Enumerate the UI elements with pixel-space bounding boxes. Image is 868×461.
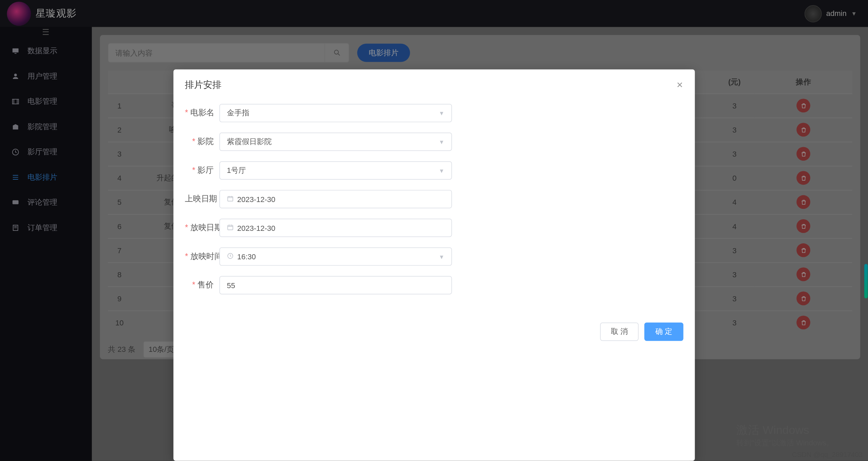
schedule-button[interactable]: 电影排片 <box>357 44 410 62</box>
trash-icon <box>800 295 807 302</box>
app-title: 星璇观影 <box>36 7 77 20</box>
cancel-button[interactable]: 取 消 <box>600 322 639 341</box>
trash-icon <box>800 247 807 254</box>
label-price: 售价 <box>185 280 219 290</box>
select-cinema[interactable]: 紫霞假日影院 ▼ <box>219 133 452 151</box>
trash-icon <box>800 151 807 157</box>
trash-icon <box>800 223 807 229</box>
sidebar-item-dashboard[interactable]: 数据显示 <box>0 38 91 63</box>
scrollbar-indicator <box>864 264 868 299</box>
monitor-icon <box>12 47 20 55</box>
search-input[interactable] <box>109 44 325 62</box>
cell-price: 3 <box>714 262 755 286</box>
delete-button[interactable] <box>796 219 810 233</box>
sidebar-item-cinemas[interactable]: 影院管理 <box>0 114 91 139</box>
trash-icon <box>800 175 807 181</box>
sidebar-item-halls[interactable]: 影厅管理 <box>0 139 91 164</box>
input-price[interactable]: 55 <box>219 276 452 294</box>
cell-price: 3 <box>714 94 755 118</box>
select-hall[interactable]: 1号厅 ▼ <box>219 161 452 180</box>
svg-rect-8 <box>228 196 233 201</box>
label-cinema: 影院 <box>185 137 219 147</box>
delete-button[interactable] <box>796 123 810 137</box>
delete-button[interactable] <box>796 195 810 209</box>
trash-icon <box>800 102 807 109</box>
sidebar-item-movies[interactable]: 电影管理 <box>0 89 91 114</box>
app-logo <box>7 1 31 25</box>
top-bar: 星璇观影 admin ▼ <box>0 0 868 27</box>
input-release-date[interactable]: 2023-12-30 <box>219 190 452 208</box>
activate-sub: 转到"设置"以激活 Windows。 <box>736 438 834 448</box>
svg-rect-1 <box>15 53 17 54</box>
sidebar-item-comments[interactable]: 评论管理 <box>0 190 91 215</box>
sidebar-item-label: 影厅管理 <box>27 147 57 157</box>
cell-index: 1 <box>108 94 131 118</box>
sidebar-item-label: 订单管理 <box>27 223 57 233</box>
collapse-icon[interactable]: ☰ <box>0 27 91 39</box>
chevron-down-icon: ▼ <box>439 139 445 145</box>
building-icon <box>12 123 20 131</box>
windows-activation-notice: 激活 Windows 转到"设置"以激活 Windows。 <box>736 422 834 448</box>
sidebar-item-label: 评论管理 <box>27 197 57 207</box>
trash-icon <box>800 126 807 133</box>
select-movie[interactable]: 金手指 ▼ <box>219 104 452 122</box>
user-menu[interactable]: admin ▼ <box>804 5 861 22</box>
calendar-icon <box>227 223 234 232</box>
list-icon <box>12 173 20 181</box>
chevron-down-icon: ▼ <box>439 110 445 116</box>
delete-button[interactable] <box>796 316 810 330</box>
label-release-date: 上映日期 <box>185 194 219 204</box>
activate-title: 激活 Windows <box>736 422 834 438</box>
confirm-button[interactable]: 确 定 <box>644 322 683 341</box>
cell-index: 9 <box>108 286 131 310</box>
sidebar-item-label: 用户管理 <box>27 71 57 81</box>
dialog-title: 排片安排 <box>185 79 221 91</box>
schedule-dialog: 排片安排 ✕ 电影名 金手指 ▼ 影院 紫霞假日影院 <box>173 69 695 461</box>
svg-rect-9 <box>228 225 233 230</box>
cell-price: 3 <box>714 142 755 166</box>
delete-button[interactable] <box>796 99 810 113</box>
label-hall: 影厅 <box>185 165 219 176</box>
avatar <box>804 5 822 22</box>
search-button[interactable] <box>325 44 349 62</box>
cell-index: 10 <box>108 310 131 335</box>
cell-index: 7 <box>108 238 131 262</box>
sidebar: ☰ 数据显示 用户管理 电影管理 影院管理 影厅管理 <box>0 27 92 461</box>
cell-index: 4 <box>108 166 131 190</box>
label-movie: 电影名 <box>185 108 219 118</box>
input-show-date[interactable]: 2023-12-30 <box>219 219 452 237</box>
cell-index: 6 <box>108 214 131 238</box>
label-show-date: 放映日期 <box>185 223 219 233</box>
sidebar-item-label: 电影排片 <box>27 172 57 182</box>
select-show-time[interactable]: 16:30 ▼ <box>219 247 452 266</box>
search-icon <box>333 49 341 57</box>
svg-point-2 <box>14 74 17 76</box>
delete-button[interactable] <box>796 292 810 305</box>
sidebar-item-label: 数据显示 <box>27 46 57 56</box>
calendar-icon <box>227 195 234 203</box>
sidebar-item-schedule[interactable]: 电影排片 <box>0 165 91 190</box>
chevron-down-icon: ▼ <box>439 167 445 174</box>
close-icon[interactable]: ✕ <box>676 80 683 89</box>
sidebar-item-label: 影院管理 <box>27 122 57 132</box>
label-show-time: 放映时间 <box>185 252 219 262</box>
cell-price: 3 <box>714 238 755 262</box>
film-icon <box>12 98 20 106</box>
cell-index: 5 <box>108 190 131 214</box>
svg-rect-0 <box>13 48 19 53</box>
delete-button[interactable] <box>796 171 810 185</box>
delete-button[interactable] <box>796 267 810 281</box>
cell-price: 4 <box>714 214 755 238</box>
svg-point-7 <box>334 50 338 54</box>
sidebar-item-orders[interactable]: 订单管理 <box>0 215 91 240</box>
search-box <box>108 43 349 63</box>
delete-button[interactable] <box>796 147 810 161</box>
logo-block: 星璇观影 <box>7 1 77 25</box>
cell-index: 2 <box>108 118 131 142</box>
pager-total: 共 23 条 <box>108 344 135 355</box>
svg-rect-5 <box>13 200 19 204</box>
delete-button[interactable] <box>796 243 810 257</box>
clock-icon <box>12 148 20 156</box>
cell-price: 0 <box>714 166 755 190</box>
sidebar-item-users[interactable]: 用户管理 <box>0 64 91 89</box>
